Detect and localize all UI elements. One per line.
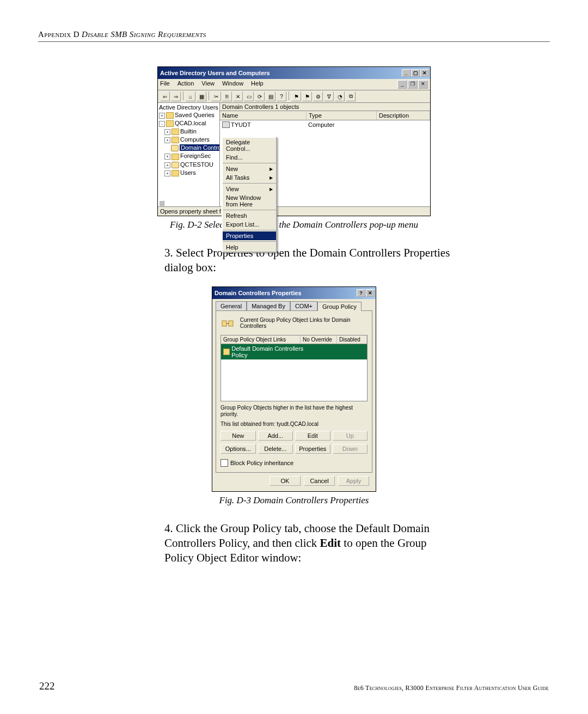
- header-title: Disable SMB Signing Requirements: [82, 30, 206, 39]
- gpo-col-disabled[interactable]: Disabled: [337, 335, 367, 344]
- menu-view[interactable]: View: [201, 80, 215, 89]
- ctx-all-tasks[interactable]: All Tasks▶: [223, 173, 276, 182]
- step3-body: Select Properties to open the Domain Con…: [164, 246, 450, 274]
- options--button[interactable]: Options...: [220, 444, 256, 454]
- maximize-button[interactable]: ▢: [411, 69, 420, 77]
- tree-node-users[interactable]: +Users: [159, 169, 218, 176]
- delete--button[interactable]: Delete...: [258, 444, 293, 454]
- statusbar: Opens property sheet f: [158, 206, 430, 216]
- page-number: 222: [39, 680, 55, 692]
- properties-button[interactable]: Properties: [295, 444, 330, 454]
- ctx-refresh[interactable]: Refresh: [223, 211, 276, 220]
- aduc-window: Active Directory Users and Computers _ ▢…: [157, 66, 431, 216]
- ctx-help[interactable]: Help: [223, 243, 276, 252]
- ou-icon: [171, 145, 179, 151]
- tree-node-saved-queries[interactable]: +Saved Queries: [159, 112, 218, 119]
- tb-e-icon[interactable]: ⧉: [346, 91, 356, 101]
- ctx-delegate-control-[interactable]: Delegate Control...: [223, 138, 276, 153]
- tb-back-icon[interactable]: ⇐: [160, 91, 170, 101]
- new-button[interactable]: New: [220, 431, 256, 441]
- tree-node-computers[interactable]: +Computers: [159, 136, 218, 143]
- block-inheritance-label: Block Policy inheritance: [230, 460, 293, 466]
- tab-panel: Current Group Policy Object Links for Do…: [216, 310, 372, 473]
- tree-node-qcad-local[interactable]: -QCAD.local: [159, 120, 218, 127]
- tb-b-icon[interactable]: ⚑: [302, 91, 312, 101]
- close-button[interactable]: ✕: [420, 69, 429, 77]
- group-policy-icon: [220, 316, 235, 329]
- ctx-find-[interactable]: Find...: [223, 153, 276, 162]
- edit-button[interactable]: Edit: [295, 431, 330, 441]
- list-row[interactable]: TYUDT Computer: [220, 120, 430, 129]
- apply-button[interactable]: Apply: [338, 476, 369, 486]
- minimize-button[interactable]: _: [402, 69, 411, 77]
- col-name[interactable]: Name: [220, 111, 307, 120]
- tree-root[interactable]: Active Directory Users and Computers: [159, 104, 218, 111]
- down-button[interactable]: Down: [333, 444, 368, 454]
- mdi-close[interactable]: ✕: [418, 80, 428, 89]
- tab-group-policy[interactable]: Group Policy: [317, 302, 362, 311]
- add--button[interactable]: Add...: [258, 431, 293, 441]
- h-scroll-thumb[interactable]: [159, 200, 164, 206]
- tree-node-qctestou[interactable]: +QCTESTOU: [159, 161, 218, 168]
- footer-right: 8e6 Technologies, R3000 Enterprise Filte…: [354, 684, 549, 692]
- folder-icon: [171, 154, 179, 160]
- tb-del-icon[interactable]: ✕: [233, 91, 243, 101]
- ctx-new-window-from-here[interactable]: New Window from Here: [223, 193, 276, 209]
- cancel-button[interactable]: Cancel: [304, 476, 335, 486]
- up-button[interactable]: Up: [333, 431, 368, 441]
- folder-icon: [171, 137, 179, 143]
- computer-icon: [222, 121, 230, 128]
- col-type[interactable]: Type: [307, 111, 377, 120]
- menu-help[interactable]: Help: [251, 80, 264, 89]
- tb-a-icon[interactable]: ⚑: [291, 91, 301, 101]
- dialog-footer-buttons: OK Cancel Apply: [216, 473, 372, 486]
- tb-d-icon[interactable]: ◔: [335, 91, 345, 101]
- tb-c-icon[interactable]: ⚙: [313, 91, 323, 101]
- block-inheritance-checkbox[interactable]: [220, 459, 228, 467]
- block-inheritance-row[interactable]: Block Policy inheritance: [220, 459, 367, 467]
- dcp-window: Domain Controllers Properties ? ✕ Genera…: [212, 286, 376, 492]
- step4-bold: Edit: [320, 536, 341, 550]
- tab-managed-by[interactable]: Managed By: [247, 301, 290, 310]
- ctx-view[interactable]: View▶: [223, 185, 276, 193]
- ctx-properties[interactable]: Properties: [223, 231, 276, 240]
- tb-fwd-icon[interactable]: ⇒: [171, 91, 181, 101]
- tb-refr-icon[interactable]: ⟳: [255, 91, 265, 101]
- folder-icon: [171, 129, 179, 135]
- list-headers: Name Type Description: [220, 111, 430, 120]
- dcp-title: Domain Controllers Properties: [215, 290, 302, 296]
- menu-action[interactable]: Action: [177, 80, 194, 89]
- gpo-table: Group Policy Object Links No Override Di…: [220, 335, 367, 401]
- figure-d2: Active Directory Users and Computers _ ▢…: [38, 66, 550, 230]
- mdi-minimize[interactable]: _: [397, 80, 407, 89]
- tb-help-icon[interactable]: ?: [277, 91, 286, 101]
- menu-file[interactable]: File: [160, 80, 170, 89]
- tree-node-foreignsec[interactable]: +ForeignSec: [159, 152, 218, 160]
- gpo-col-override[interactable]: No Override: [301, 335, 337, 344]
- mdi-restore[interactable]: ❐: [408, 80, 418, 89]
- tb-prop-icon[interactable]: ▭: [244, 91, 254, 101]
- gpo-item-label: Default Domain Controllers Policy: [231, 345, 308, 358]
- dcp-help-button[interactable]: ?: [357, 289, 365, 297]
- gpo-row[interactable]: Default Domain Controllers Policy: [221, 344, 367, 359]
- tab-complus[interactable]: COM+: [290, 301, 317, 310]
- dcp-close-button[interactable]: ✕: [366, 289, 375, 297]
- gpo-help2: This list obtained from: tyudt.QCAD.loca…: [220, 421, 367, 428]
- step3-num: 3.: [164, 246, 173, 259]
- gpo-col-links[interactable]: Group Policy Object Links: [221, 335, 301, 344]
- tb-up-icon[interactable]: ⌂: [186, 91, 195, 101]
- ctx-new[interactable]: New▶: [223, 164, 276, 173]
- tb-copy-icon[interactable]: ⎘: [222, 91, 232, 101]
- tb-cut-icon[interactable]: ✂: [211, 91, 221, 101]
- col-desc[interactable]: Description: [377, 111, 430, 120]
- tree-node-domain-controllers[interactable]: Domain Controllers: [159, 144, 218, 151]
- tb-list-icon[interactable]: ▤: [266, 91, 275, 101]
- tb-filter-icon[interactable]: ∇: [324, 91, 334, 101]
- tree-node-builtin[interactable]: +Builtin: [159, 128, 218, 135]
- figure-d3: Domain Controllers Properties ? ✕ Genera…: [38, 286, 550, 506]
- ok-button[interactable]: OK: [270, 476, 301, 486]
- tb-grid-icon[interactable]: ▦: [197, 91, 206, 101]
- menu-window[interactable]: Window: [222, 80, 243, 89]
- ctx-export-list-[interactable]: Export List...: [223, 220, 276, 229]
- tab-general[interactable]: General: [216, 301, 247, 310]
